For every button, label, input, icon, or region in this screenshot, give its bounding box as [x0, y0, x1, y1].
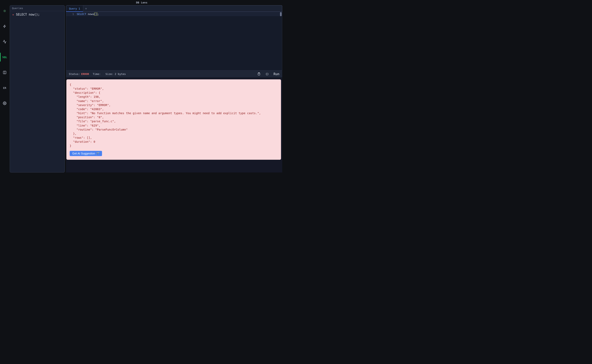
- rail-sql-label: SQL: [2, 56, 7, 59]
- bolt-icon: [3, 24, 6, 28]
- svg-point-2: [4, 103, 5, 104]
- query-text: SELECT now();: [16, 13, 40, 16]
- connection-dot-icon: [3, 10, 6, 12]
- code-text-before: nows: [86, 13, 94, 16]
- rail-activity[interactable]: [0, 39, 9, 45]
- error-x-icon: ×: [12, 13, 14, 16]
- status-value: ERROR: [81, 72, 89, 76]
- tab-add-button[interactable]: +: [83, 6, 89, 12]
- run-button[interactable]: Run: [273, 72, 280, 76]
- status-label: Status:: [69, 72, 80, 76]
- rail-layout[interactable]: [0, 69, 9, 76]
- paren-highlight: (): [94, 13, 98, 16]
- tab-query-1[interactable]: Query 1: [66, 6, 83, 12]
- rail-settings[interactable]: [0, 100, 9, 106]
- get-ai-suggestion-button[interactable]: Get AI Suggestion 🪄: [70, 151, 102, 156]
- size-label: Size:: [105, 72, 113, 76]
- rail-er-label: ER: [3, 86, 6, 90]
- size-value: 2 bytes: [115, 72, 126, 76]
- queries-header: Queries: [10, 6, 65, 11]
- error-result-box: { "status": "ERROR", "description": { "l…: [66, 79, 281, 160]
- code-editor[interactable]: 1 SELECT nows();: [66, 12, 282, 71]
- keyword-select: SELECT: [77, 13, 86, 16]
- query-list-item[interactable]: × SELECT now();: [10, 11, 65, 18]
- rail-connection[interactable]: [0, 8, 9, 14]
- tab-label: Query 1: [69, 7, 80, 10]
- clipboard-icon: [257, 72, 260, 76]
- rail-sql[interactable]: SQL: [0, 54, 9, 60]
- plus-icon: +: [85, 7, 87, 11]
- activity-icon: [3, 40, 7, 44]
- copy-button[interactable]: [257, 72, 260, 76]
- layout-icon: [3, 71, 7, 74]
- rail-bolt[interactable]: [0, 23, 9, 30]
- result-area: { "status": "ERROR", "description": { "l…: [66, 77, 282, 172]
- code-line: 1 SELECT nows();: [66, 12, 282, 16]
- code-text-after: ;: [98, 13, 99, 16]
- scrollbar-thumb[interactable]: [280, 12, 282, 16]
- gear-icon: [3, 101, 7, 105]
- time-label: Time:: [93, 72, 101, 76]
- queries-sidebar: Queries × SELECT now();: [10, 5, 65, 172]
- rail-er[interactable]: ER: [0, 85, 9, 91]
- format-json-button[interactable]: {}: [266, 72, 269, 76]
- app-title: DB Lens: [136, 1, 148, 4]
- nav-rail: SQL ER: [0, 5, 9, 174]
- braces-icon: {}: [266, 72, 269, 76]
- gutter-line-number: 1: [66, 12, 77, 16]
- status-bar: Status: ERROR Time: Size: 2 bytes {} Run: [66, 71, 282, 77]
- editor-tabs: Query 1 +: [66, 5, 282, 12]
- result-json[interactable]: { "status": "ERROR", "description": { "l…: [70, 83, 278, 148]
- editor-area: Query 1 + 1 SELECT nows(); Status: ERROR…: [65, 5, 283, 174]
- code-content[interactable]: SELECT nows();: [77, 12, 282, 16]
- titlebar: DB Lens: [0, 0, 283, 5]
